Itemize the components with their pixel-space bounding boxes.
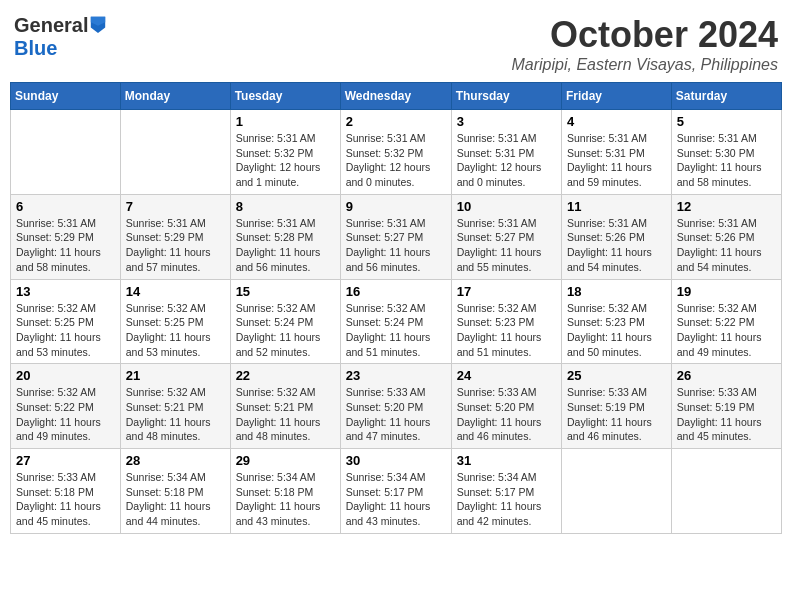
day-info: Sunrise: 5:31 AM Sunset: 5:31 PM Dayligh… [567, 131, 666, 190]
day-info: Sunrise: 5:32 AM Sunset: 5:23 PM Dayligh… [457, 301, 556, 360]
day-info: Sunrise: 5:34 AM Sunset: 5:18 PM Dayligh… [236, 470, 335, 529]
calendar-cell: 19Sunrise: 5:32 AM Sunset: 5:22 PM Dayli… [671, 279, 781, 364]
calendar-cell: 13Sunrise: 5:32 AM Sunset: 5:25 PM Dayli… [11, 279, 121, 364]
day-info: Sunrise: 5:31 AM Sunset: 5:26 PM Dayligh… [677, 216, 776, 275]
day-number: 17 [457, 284, 556, 299]
day-info: Sunrise: 5:31 AM Sunset: 5:32 PM Dayligh… [236, 131, 335, 190]
calendar: SundayMondayTuesdayWednesdayThursdayFrid… [10, 82, 782, 534]
day-number: 3 [457, 114, 556, 129]
header: General Blue October 2024 Maripipi, East… [10, 10, 782, 74]
day-number: 21 [126, 368, 225, 383]
day-info: Sunrise: 5:32 AM Sunset: 5:22 PM Dayligh… [16, 385, 115, 444]
calendar-cell: 26Sunrise: 5:33 AM Sunset: 5:19 PM Dayli… [671, 364, 781, 449]
location-title: Maripipi, Eastern Visayas, Philippines [512, 56, 779, 74]
day-number: 1 [236, 114, 335, 129]
calendar-cell: 23Sunrise: 5:33 AM Sunset: 5:20 PM Dayli… [340, 364, 451, 449]
day-info: Sunrise: 5:32 AM Sunset: 5:25 PM Dayligh… [16, 301, 115, 360]
day-number: 6 [16, 199, 115, 214]
calendar-cell: 11Sunrise: 5:31 AM Sunset: 5:26 PM Dayli… [562, 194, 672, 279]
calendar-cell [11, 110, 121, 195]
calendar-cell: 3Sunrise: 5:31 AM Sunset: 5:31 PM Daylig… [451, 110, 561, 195]
day-number: 10 [457, 199, 556, 214]
calendar-cell: 14Sunrise: 5:32 AM Sunset: 5:25 PM Dayli… [120, 279, 230, 364]
calendar-cell: 22Sunrise: 5:32 AM Sunset: 5:21 PM Dayli… [230, 364, 340, 449]
day-info: Sunrise: 5:32 AM Sunset: 5:24 PM Dayligh… [236, 301, 335, 360]
calendar-day-header: Monday [120, 83, 230, 110]
logo-general-text: General [14, 14, 88, 37]
day-number: 26 [677, 368, 776, 383]
calendar-cell [120, 110, 230, 195]
day-info: Sunrise: 5:34 AM Sunset: 5:17 PM Dayligh… [346, 470, 446, 529]
title-area: October 2024 Maripipi, Eastern Visayas, … [512, 14, 779, 74]
day-info: Sunrise: 5:31 AM Sunset: 5:29 PM Dayligh… [16, 216, 115, 275]
day-info: Sunrise: 5:33 AM Sunset: 5:20 PM Dayligh… [457, 385, 556, 444]
day-info: Sunrise: 5:33 AM Sunset: 5:19 PM Dayligh… [677, 385, 776, 444]
day-number: 18 [567, 284, 666, 299]
calendar-cell: 25Sunrise: 5:33 AM Sunset: 5:19 PM Dayli… [562, 364, 672, 449]
calendar-week-row: 6Sunrise: 5:31 AM Sunset: 5:29 PM Daylig… [11, 194, 782, 279]
day-number: 15 [236, 284, 335, 299]
day-info: Sunrise: 5:34 AM Sunset: 5:17 PM Dayligh… [457, 470, 556, 529]
calendar-cell: 4Sunrise: 5:31 AM Sunset: 5:31 PM Daylig… [562, 110, 672, 195]
day-number: 31 [457, 453, 556, 468]
calendar-cell: 30Sunrise: 5:34 AM Sunset: 5:17 PM Dayli… [340, 449, 451, 534]
day-info: Sunrise: 5:33 AM Sunset: 5:18 PM Dayligh… [16, 470, 115, 529]
calendar-cell [562, 449, 672, 534]
day-number: 22 [236, 368, 335, 383]
day-number: 9 [346, 199, 446, 214]
calendar-cell: 29Sunrise: 5:34 AM Sunset: 5:18 PM Dayli… [230, 449, 340, 534]
calendar-cell: 16Sunrise: 5:32 AM Sunset: 5:24 PM Dayli… [340, 279, 451, 364]
day-number: 19 [677, 284, 776, 299]
calendar-cell: 6Sunrise: 5:31 AM Sunset: 5:29 PM Daylig… [11, 194, 121, 279]
day-number: 24 [457, 368, 556, 383]
day-info: Sunrise: 5:32 AM Sunset: 5:21 PM Dayligh… [126, 385, 225, 444]
day-info: Sunrise: 5:31 AM Sunset: 5:27 PM Dayligh… [346, 216, 446, 275]
calendar-week-row: 13Sunrise: 5:32 AM Sunset: 5:25 PM Dayli… [11, 279, 782, 364]
day-number: 4 [567, 114, 666, 129]
day-info: Sunrise: 5:31 AM Sunset: 5:32 PM Dayligh… [346, 131, 446, 190]
calendar-cell: 5Sunrise: 5:31 AM Sunset: 5:30 PM Daylig… [671, 110, 781, 195]
calendar-week-row: 1Sunrise: 5:31 AM Sunset: 5:32 PM Daylig… [11, 110, 782, 195]
calendar-cell: 9Sunrise: 5:31 AM Sunset: 5:27 PM Daylig… [340, 194, 451, 279]
day-number: 16 [346, 284, 446, 299]
logo: General Blue [14, 14, 107, 60]
logo-icon [89, 15, 107, 33]
calendar-day-header: Saturday [671, 83, 781, 110]
calendar-cell: 18Sunrise: 5:32 AM Sunset: 5:23 PM Dayli… [562, 279, 672, 364]
day-number: 30 [346, 453, 446, 468]
calendar-cell: 24Sunrise: 5:33 AM Sunset: 5:20 PM Dayli… [451, 364, 561, 449]
calendar-cell: 28Sunrise: 5:34 AM Sunset: 5:18 PM Dayli… [120, 449, 230, 534]
day-number: 7 [126, 199, 225, 214]
day-info: Sunrise: 5:31 AM Sunset: 5:28 PM Dayligh… [236, 216, 335, 275]
calendar-header-row: SundayMondayTuesdayWednesdayThursdayFrid… [11, 83, 782, 110]
calendar-cell: 2Sunrise: 5:31 AM Sunset: 5:32 PM Daylig… [340, 110, 451, 195]
day-info: Sunrise: 5:33 AM Sunset: 5:20 PM Dayligh… [346, 385, 446, 444]
logo-blue-text: Blue [14, 37, 57, 59]
calendar-cell: 17Sunrise: 5:32 AM Sunset: 5:23 PM Dayli… [451, 279, 561, 364]
day-number: 28 [126, 453, 225, 468]
calendar-cell: 20Sunrise: 5:32 AM Sunset: 5:22 PM Dayli… [11, 364, 121, 449]
day-number: 5 [677, 114, 776, 129]
day-number: 2 [346, 114, 446, 129]
calendar-day-header: Thursday [451, 83, 561, 110]
day-info: Sunrise: 5:31 AM Sunset: 5:31 PM Dayligh… [457, 131, 556, 190]
day-number: 14 [126, 284, 225, 299]
day-info: Sunrise: 5:32 AM Sunset: 5:21 PM Dayligh… [236, 385, 335, 444]
day-info: Sunrise: 5:34 AM Sunset: 5:18 PM Dayligh… [126, 470, 225, 529]
calendar-cell: 1Sunrise: 5:31 AM Sunset: 5:32 PM Daylig… [230, 110, 340, 195]
day-info: Sunrise: 5:32 AM Sunset: 5:25 PM Dayligh… [126, 301, 225, 360]
day-number: 23 [346, 368, 446, 383]
day-info: Sunrise: 5:31 AM Sunset: 5:27 PM Dayligh… [457, 216, 556, 275]
month-title: October 2024 [512, 14, 779, 56]
day-info: Sunrise: 5:31 AM Sunset: 5:30 PM Dayligh… [677, 131, 776, 190]
calendar-day-header: Wednesday [340, 83, 451, 110]
day-number: 20 [16, 368, 115, 383]
calendar-cell: 8Sunrise: 5:31 AM Sunset: 5:28 PM Daylig… [230, 194, 340, 279]
day-number: 11 [567, 199, 666, 214]
day-number: 12 [677, 199, 776, 214]
calendar-cell [671, 449, 781, 534]
calendar-cell: 15Sunrise: 5:32 AM Sunset: 5:24 PM Dayli… [230, 279, 340, 364]
calendar-day-header: Tuesday [230, 83, 340, 110]
calendar-cell: 21Sunrise: 5:32 AM Sunset: 5:21 PM Dayli… [120, 364, 230, 449]
day-number: 27 [16, 453, 115, 468]
